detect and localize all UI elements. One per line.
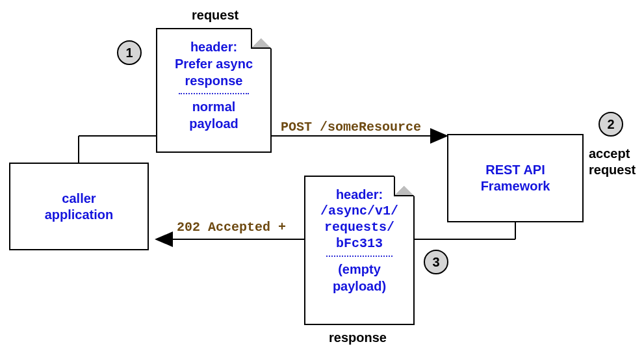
accept-request-label: accept request bbox=[589, 146, 636, 178]
step-badge-3: 3 bbox=[424, 250, 448, 274]
response-payload: (empty payload) bbox=[312, 261, 407, 295]
step-badge-1: 1 bbox=[117, 40, 142, 65]
post-arrow-label: POST /someResource bbox=[281, 120, 421, 135]
page-fold-icon bbox=[251, 28, 272, 49]
response-header-value: /async/v1/ requests/ bFc313 bbox=[312, 203, 407, 252]
page-fold-icon bbox=[394, 176, 415, 196]
dotted-separator bbox=[326, 256, 393, 257]
step-2-number: 2 bbox=[607, 117, 614, 132]
request-header-value: Prefer async response bbox=[164, 55, 264, 89]
response-header-label: header: bbox=[312, 186, 407, 203]
response-document: header: /async/v1/ requests/ bFc313 (emp… bbox=[304, 176, 415, 325]
accepted-arrow-label: 202 Accepted + bbox=[177, 220, 286, 235]
step-1-number: 1 bbox=[125, 46, 133, 60]
caller-application-box: caller application bbox=[9, 163, 149, 250]
request-title: request bbox=[192, 8, 238, 23]
rest-api-framework-box: REST API Framework bbox=[447, 134, 584, 222]
step-badge-2: 2 bbox=[599, 112, 623, 137]
framework-label: REST API Framework bbox=[481, 162, 550, 194]
request-payload: normal payload bbox=[164, 98, 264, 132]
request-document: header: Prefer async response normal pay… bbox=[156, 28, 272, 153]
step-3-number: 3 bbox=[432, 255, 439, 270]
response-title: response bbox=[329, 330, 387, 345]
request-header-label: header: bbox=[164, 38, 264, 55]
dotted-separator bbox=[179, 93, 249, 94]
caller-label: caller application bbox=[45, 191, 114, 223]
diagram-canvas: caller application REST API Framework re… bbox=[0, 0, 644, 355]
